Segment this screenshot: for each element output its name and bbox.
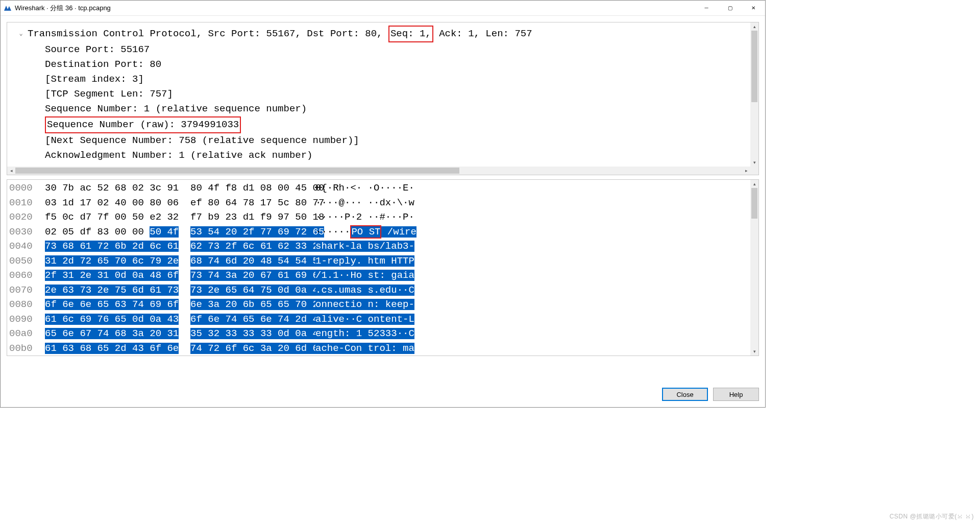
hex-row[interactable]: 0040 73 68 61 72 6b 2d 6c 61 62 73 2f 6c… (9, 239, 756, 254)
minimize-button[interactable]: ─ (695, 1, 718, 15)
hex-bytes: 61 63 68 65 2d 43 6f 6e 74 72 6f 6c 3a 2… (45, 341, 315, 356)
hex-vertical-scrollbar[interactable]: ▴ ▾ (750, 180, 758, 356)
scroll-thumb[interactable] (15, 168, 459, 174)
hex-bytes: 2e 63 73 2e 75 6d 61 73 73 2e 65 64 75 0… (45, 283, 315, 298)
hex-row[interactable]: 0080 6f 6e 6e 65 63 74 69 6f 6e 3a 20 6b… (9, 297, 756, 312)
hex-bytes: 73 68 61 72 6b 2d 6c 61 62 73 2f 6c 61 6… (45, 239, 315, 254)
hex-row[interactable]: 0000 30 7b ac 52 68 02 3c 91 80 4f f8 d1… (9, 181, 756, 196)
scroll-thumb[interactable] (751, 31, 757, 102)
close-button[interactable]: Close (662, 388, 708, 401)
detail-line[interactable]: Source Port: 55167 (17, 42, 753, 57)
wireshark-icon (4, 4, 12, 12)
footer: Close Help (1, 360, 765, 407)
scroll-thumb[interactable] (751, 188, 757, 219)
titlebar: Wireshark · 分组 36 · tcp.pcapng ─ ▢ ✕ (1, 1, 765, 16)
detail-text: Transmission Control Protocol, Src Port:… (28, 26, 532, 42)
hex-ascii: 1-reply. htm HTTP (315, 254, 414, 269)
hex-row[interactable]: 00a0 65 6e 67 74 68 3a 20 31 35 32 33 33… (9, 326, 756, 341)
hex-row[interactable]: 0090 61 6c 69 76 65 0d 0a 43 6f 6e 74 65… (9, 312, 756, 327)
detail-line[interactable]: [TCP Segment Len: 757] (17, 87, 753, 102)
hex-bytes: 31 2d 72 65 70 6c 79 2e 68 74 6d 20 48 5… (45, 254, 315, 269)
scroll-up-icon[interactable]: ▴ (750, 180, 758, 188)
app-window: Wireshark · 分组 36 · tcp.pcapng ─ ▢ ✕ ⌄ T… (0, 0, 766, 408)
window-controls: ─ ▢ ✕ (695, 1, 765, 15)
hex-bytes: f5 0c d7 7f 00 50 e2 32 f7 b9 23 d1 f9 9… (45, 210, 315, 225)
scroll-left-icon[interactable]: ◂ (7, 167, 15, 175)
detail-horizontal-scrollbar[interactable]: ◂ ▸ (7, 167, 750, 175)
hex-ascii: /1.1··Ho st: gaia (315, 268, 414, 283)
help-button[interactable]: Help (713, 388, 759, 401)
hex-ascii: onnectio n: keep- (315, 297, 414, 312)
hex-ascii: ength: 1 52333··C (315, 326, 414, 341)
hex-bytes: 03 1d 17 02 40 00 80 06 ef 80 64 78 17 5… (45, 196, 315, 210)
hex-offset: 0030 (9, 225, 45, 240)
maximize-button[interactable]: ▢ (718, 1, 742, 15)
close-window-button[interactable]: ✕ (742, 1, 765, 15)
hex-offset: 00b0 (9, 341, 45, 356)
hex-row[interactable]: 00b0 61 63 68 65 2d 43 6f 6e 74 72 6f 6c… (9, 341, 756, 356)
detail-header-line[interactable]: ⌄ Transmission Control Protocol, Src Por… (17, 26, 753, 42)
scroll-up-icon[interactable]: ▴ (750, 22, 758, 31)
hex-ascii: ·····P·2 ··#···P· (315, 210, 414, 225)
window-title: Wireshark · 分组 36 · tcp.pcapng (15, 4, 695, 13)
hex-row[interactable]: 0050 31 2d 72 65 70 6c 79 2e 68 74 6d 20… (9, 254, 756, 269)
hex-row[interactable]: 0030 02 05 df 83 00 00 50 4f 53 54 20 2f… (9, 225, 756, 240)
hex-ascii: alive··C ontent-L (315, 312, 414, 327)
hex-row[interactable]: 0010 03 1d 17 02 40 00 80 06 ef 80 64 78… (9, 196, 756, 210)
hex-offset: 0050 (9, 254, 45, 269)
packet-details-content[interactable]: ⌄ Transmission Control Protocol, Src Por… (7, 22, 758, 167)
chevron-down-icon[interactable]: ⌄ (17, 27, 24, 41)
hex-bytes: 30 7b ac 52 68 02 3c 91 80 4f f8 d1 08 0… (45, 181, 315, 196)
seq-raw-line[interactable]: Sequence Number (raw): 3794991033 (17, 116, 753, 133)
hex-ascii: ····@··· ··dx·\·w (315, 196, 414, 210)
hex-ascii: 0{·Rh·<· ·O····E· (315, 181, 414, 196)
hex-offset: 0090 (9, 312, 45, 327)
detail-vertical-scrollbar[interactable]: ▴ ▾ (750, 22, 758, 167)
hex-ascii: ache-Con trol: ma (315, 341, 414, 356)
red-highlight-seq-raw: Sequence Number (raw): 3794991033 (45, 116, 241, 133)
hex-ascii: .cs.umas s.edu··C (315, 283, 414, 298)
hex-offset: 0040 (9, 239, 45, 254)
hex-row[interactable]: 0060 2f 31 2e 31 0d 0a 48 6f 73 74 3a 20… (9, 268, 756, 283)
detail-line[interactable]: [Next Sequence Number: 758 (relative seq… (17, 133, 753, 148)
scrollbar-corner (750, 167, 758, 175)
detail-line[interactable]: Destination Port: 80 (17, 57, 753, 72)
hex-offset: 0020 (9, 210, 45, 225)
hex-bytes: 65 6e 67 74 68 3a 20 31 35 32 33 33 33 0… (45, 326, 315, 341)
packet-details-panel: ⌄ Transmission Control Protocol, Src Por… (7, 22, 759, 175)
hex-row[interactable]: 0020 f5 0c d7 7f 00 50 e2 32 f7 b9 23 d1… (9, 210, 756, 225)
hex-row[interactable]: 0070 2e 63 73 2e 75 6d 61 73 73 2e 65 64… (9, 283, 756, 298)
red-highlight-post: PO ST (350, 225, 381, 239)
hex-offset: 0010 (9, 196, 45, 210)
hex-bytes: 02 05 df 83 00 00 50 4f 53 54 20 2f 77 6… (45, 225, 315, 240)
scroll-right-icon[interactable]: ▸ (742, 167, 750, 175)
detail-line[interactable]: [Stream index: 3] (17, 72, 753, 87)
hex-offset: 0000 (9, 181, 45, 196)
packet-bytes-panel: 0000 30 7b ac 52 68 02 3c 91 80 4f f8 d1… (7, 179, 759, 356)
detail-line[interactable]: Sequence Number: 1 (relative sequence nu… (17, 102, 753, 116)
hex-content[interactable]: 0000 30 7b ac 52 68 02 3c 91 80 4f f8 d1… (7, 180, 758, 356)
detail-line[interactable]: Acknowledgment Number: 1 (relative ack n… (17, 148, 753, 163)
scroll-down-icon[interactable]: ▾ (750, 158, 758, 167)
hex-bytes: 61 6c 69 76 65 0d 0a 43 6f 6e 74 65 6e 7… (45, 312, 315, 327)
hex-offset: 0080 (9, 297, 45, 312)
hex-ascii: ······PO ST /wire (315, 225, 416, 240)
hex-offset: 0060 (9, 268, 45, 283)
scroll-down-icon[interactable]: ▾ (750, 347, 758, 356)
hex-offset: 0070 (9, 283, 45, 298)
red-highlight-seq: Seq: 1, (388, 26, 433, 42)
hex-bytes: 6f 6e 6e 65 63 74 69 6f 6e 3a 20 6b 65 6… (45, 297, 315, 312)
hex-bytes: 2f 31 2e 31 0d 0a 48 6f 73 74 3a 20 67 6… (45, 268, 315, 283)
hex-ascii: shark-la bs/lab3- (315, 239, 414, 254)
hex-offset: 00a0 (9, 326, 45, 341)
